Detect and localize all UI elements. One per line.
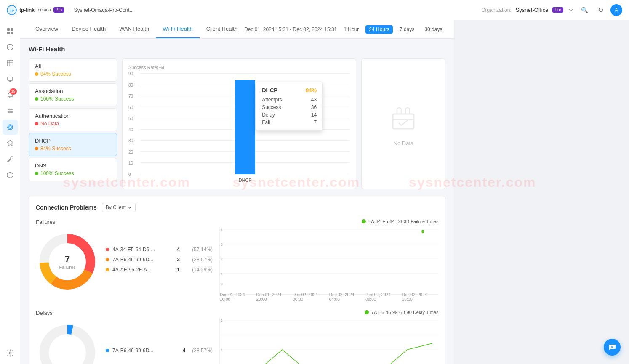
sidebar-icon-dashboard[interactable] bbox=[3, 24, 18, 39]
tooltip-fail-label: Fail bbox=[262, 120, 270, 125]
svg-rect-2 bbox=[7, 28, 10, 31]
legend-name-1: 4A-34-E5-64-D6-... bbox=[112, 247, 168, 252]
tab-client-health[interactable]: Client Health bbox=[200, 20, 244, 38]
svg-rect-5 bbox=[11, 32, 13, 34]
auth-status-text: No Data bbox=[40, 121, 59, 127]
failures-subsection: Failures bbox=[36, 219, 213, 293]
pro-badge-header: Pro bbox=[53, 7, 64, 13]
delays-line-chart: 7A-B6-46-99-6D-90 Delay Times 2 1 0 bbox=[219, 310, 438, 364]
line-chart-legend-text: 4A-34-E5-64-D6-3B Failure Times bbox=[368, 219, 438, 224]
delays-title: Delays bbox=[36, 310, 213, 316]
sidebar-icon-tools[interactable] bbox=[3, 151, 18, 167]
filter-by-client-btn[interactable]: By Client bbox=[102, 203, 136, 212]
sidebar-icon-insight[interactable] bbox=[3, 120, 18, 135]
svg-marker-19 bbox=[7, 140, 13, 146]
health-card-all[interactable]: All 84% Success bbox=[29, 58, 117, 82]
connection-problems-section: Connection Problems By Client Failures bbox=[29, 196, 445, 364]
tooltip-attempts-val: 43 bbox=[311, 97, 317, 103]
no-data-panel: No Data bbox=[361, 58, 445, 189]
filter-chevron-icon bbox=[128, 205, 132, 210]
svg-point-6 bbox=[7, 44, 13, 50]
tooltip-attempts-label: Attempts bbox=[262, 97, 282, 103]
search-button[interactable]: 🔍 bbox=[578, 4, 590, 16]
sidebar-icon-clients[interactable] bbox=[3, 104, 18, 119]
health-card-association[interactable]: Association 100% Success bbox=[29, 83, 117, 106]
sidebar-icon-stats[interactable] bbox=[3, 40, 18, 55]
all-status-dot bbox=[35, 72, 38, 76]
tooltip-fail-val: 7 bbox=[314, 120, 317, 125]
svg-point-18 bbox=[9, 126, 11, 128]
alerts-badge: 19 bbox=[10, 88, 16, 95]
failures-legend: 4A-34-E5-64-D6-... 4 (57.14%) 7A-B6-46-9… bbox=[106, 247, 213, 277]
avatar[interactable]: A bbox=[610, 4, 622, 16]
sidebar-icon-map[interactable] bbox=[3, 56, 18, 71]
donut-label: Failures bbox=[59, 265, 75, 270]
sidebar-icon-alerts[interactable]: 19 bbox=[3, 88, 18, 103]
donut-number: 7 bbox=[59, 254, 75, 265]
connection-problems-title: Connection Problems bbox=[36, 204, 97, 211]
legend-row-3: 4A-AE-96-2F-A... 1 (14.29%) bbox=[106, 267, 213, 273]
sidebar-icon-devices[interactable] bbox=[3, 72, 18, 87]
svg-rect-11 bbox=[8, 77, 13, 80]
chart-tooltip: DHCP 84% Attempts 43 Success 36 bbox=[256, 82, 323, 131]
legend-dot-3 bbox=[106, 268, 109, 271]
health-card-dns[interactable]: DNS 100% Success bbox=[29, 158, 117, 181]
tooltip-title: DHCP bbox=[262, 87, 277, 93]
sidebar-icon-settings[interactable] bbox=[3, 345, 18, 361]
tab-bar: Overview Device Health WAN Health Wi-Fi … bbox=[20, 20, 454, 39]
failures-title: Failures bbox=[36, 219, 213, 225]
tab-wifi-health[interactable]: Wi-Fi Health bbox=[156, 20, 200, 38]
bar-dhcp[interactable] bbox=[235, 80, 255, 174]
time-btn-30d[interactable]: 30 days bbox=[421, 25, 445, 34]
svg-text:1: 1 bbox=[221, 272, 223, 276]
page-title: Wi-Fi Health bbox=[29, 45, 445, 53]
no-data-icon bbox=[386, 101, 420, 135]
tooltip-pct: 84% bbox=[306, 87, 317, 93]
association-status-text: 100% Success bbox=[40, 96, 74, 102]
health-card-dhcp[interactable]: DHCP 84% Success bbox=[29, 133, 117, 156]
association-status-dot bbox=[35, 97, 38, 101]
time-btn-1h[interactable]: 1 Hour bbox=[340, 25, 362, 34]
tab-wan-health[interactable]: WAN Health bbox=[112, 20, 156, 38]
svg-rect-3 bbox=[11, 28, 13, 31]
health-cards-list: All 84% Success Association 100% Success bbox=[29, 58, 117, 189]
tooltip-delay-val: 14 bbox=[311, 112, 317, 118]
tooltip-delay-label: Delay bbox=[262, 112, 275, 118]
svg-rect-7 bbox=[7, 60, 13, 66]
chat-icon bbox=[608, 343, 616, 351]
svg-text:0: 0 bbox=[221, 282, 223, 286]
svg-text:2: 2 bbox=[221, 257, 223, 261]
no-data-text: No Data bbox=[394, 140, 414, 146]
chat-button[interactable] bbox=[604, 339, 621, 356]
delays-subsection: Delays bbox=[36, 310, 213, 364]
refresh-button[interactable]: ↻ bbox=[594, 4, 606, 16]
legend-count-2: 2 bbox=[171, 257, 180, 263]
svg-rect-4 bbox=[7, 32, 10, 34]
sidebar-icon-topology[interactable] bbox=[3, 167, 18, 183]
time-range-label: Dec 01, 2024 15:31 - Dec 02, 2024 15:31 bbox=[244, 27, 337, 32]
sidebar-icon-services[interactable] bbox=[3, 136, 18, 151]
delays-line-legend-dot bbox=[365, 310, 369, 314]
delays-legend: 7A-B6-46-99-6D... 4 (28.57%) bbox=[106, 348, 213, 358]
svg-marker-20 bbox=[7, 172, 13, 178]
dns-status-dot bbox=[35, 172, 38, 175]
chart-x-label-dhcp: DHCP bbox=[239, 178, 252, 183]
tab-overview[interactable]: Overview bbox=[29, 20, 65, 38]
delay-legend-name: 7A-B6-46-99-6D... bbox=[112, 348, 179, 353]
org-name: Sysnet-Office bbox=[516, 7, 549, 13]
breadcrumb: Sysnet-Omada-Pro-Cont... bbox=[74, 7, 134, 13]
svg-text:3: 3 bbox=[221, 242, 223, 247]
time-btn-7d[interactable]: 7 days bbox=[396, 25, 418, 34]
tab-device-health[interactable]: Device Health bbox=[65, 20, 112, 38]
delay-legend-count: 4 bbox=[183, 348, 186, 353]
org-label: Organization: bbox=[481, 7, 511, 13]
svg-rect-22 bbox=[393, 114, 414, 129]
delay-legend-pct: (28.57%) bbox=[192, 348, 213, 353]
time-btn-24h[interactable]: 24 Hours bbox=[365, 25, 393, 34]
health-card-authentication[interactable]: Authentication No Data bbox=[29, 108, 117, 131]
legend-count-3: 1 bbox=[171, 267, 180, 273]
dropdown-icon bbox=[568, 7, 574, 13]
omada-text: omada bbox=[38, 8, 51, 12]
legend-pct-2: (28.57%) bbox=[183, 257, 213, 263]
svg-point-36 bbox=[421, 230, 424, 233]
